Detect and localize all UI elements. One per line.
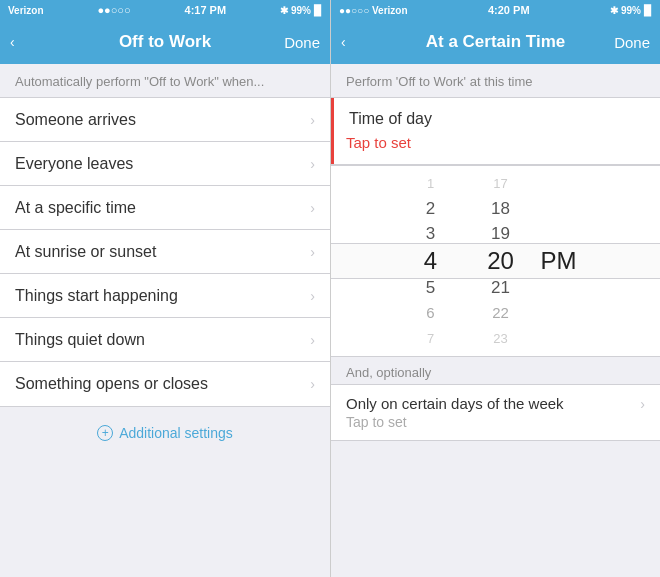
hour-item-2[interactable]: 2 bbox=[396, 196, 466, 221]
right-carrier: ●●○○○ Verizon bbox=[339, 5, 408, 16]
minute-item-20[interactable]: 20 bbox=[466, 247, 536, 275]
time-of-day-row: Time of day bbox=[331, 98, 660, 132]
right-bluetooth-icon: ✱ bbox=[610, 5, 618, 16]
chevron-right-icon: › bbox=[310, 376, 315, 392]
picker-columns: 1 2 3 4 5 6 7 17 18 19 20 21 22 23 bbox=[331, 171, 660, 351]
list-item-sunrise-sunset[interactable]: At sunrise or sunset › bbox=[0, 230, 330, 274]
hour-item-1[interactable]: 1 bbox=[396, 171, 466, 196]
left-carrier: Verizon bbox=[8, 5, 44, 16]
optional-item-row: Only on certain days of the week › bbox=[346, 395, 645, 412]
right-subtitle: Perform 'Off to Work' at this time bbox=[331, 64, 660, 95]
optional-header: And, optionally bbox=[331, 357, 660, 384]
list-item-someone-arrives[interactable]: Someone arrives › bbox=[0, 98, 330, 142]
left-battery: 99% bbox=[291, 5, 311, 16]
tap-to-set-row[interactable]: Tap to set bbox=[331, 132, 660, 164]
minute-item-22[interactable]: 22 bbox=[466, 300, 536, 325]
hour-item-3[interactable]: 3 bbox=[396, 222, 466, 247]
list-item-things-start[interactable]: Things start happening › bbox=[0, 274, 330, 318]
list-item-label: Things quiet down bbox=[15, 331, 145, 349]
time-of-day-section: Time of day Tap to set bbox=[331, 97, 660, 165]
list-item-specific-time[interactable]: At a specific time › bbox=[0, 186, 330, 230]
right-battery: 99% bbox=[621, 5, 641, 16]
list-item-opens-closes[interactable]: Something opens or closes › bbox=[0, 362, 330, 406]
optional-tap-label: Tap to set bbox=[346, 414, 645, 430]
right-back-button[interactable]: ‹ bbox=[341, 34, 350, 50]
hour-item-7[interactable]: 7 bbox=[396, 326, 466, 351]
left-list: Someone arrives › Everyone leaves › At a… bbox=[0, 97, 330, 407]
additional-settings-label: Additional settings bbox=[119, 425, 233, 441]
left-subtitle: Automatically perform "Off to Work" when… bbox=[0, 64, 330, 95]
left-nav-title: Off to Work bbox=[119, 32, 211, 52]
list-item-label: Things start happening bbox=[15, 287, 178, 305]
ampm-item-pm[interactable]: PM bbox=[541, 247, 577, 275]
tap-to-set-label[interactable]: Tap to set bbox=[346, 134, 411, 151]
list-item-things-quiet[interactable]: Things quiet down › bbox=[0, 318, 330, 362]
left-done-button[interactable]: Done bbox=[284, 34, 320, 51]
additional-settings-button[interactable]: + Additional settings bbox=[0, 407, 330, 459]
hour-item-4[interactable]: 4 bbox=[396, 247, 466, 275]
right-battery-icon: ▉ bbox=[644, 5, 652, 16]
ampm-picker-col[interactable]: PM bbox=[536, 171, 596, 351]
minute-picker-col[interactable]: 17 18 19 20 21 22 23 bbox=[466, 171, 536, 351]
minute-item-23[interactable]: 23 bbox=[466, 326, 536, 351]
chevron-right-icon: › bbox=[310, 288, 315, 304]
left-nav-bar: ‹ Off to Work Done bbox=[0, 20, 330, 64]
list-item-label: Everyone leaves bbox=[15, 155, 133, 173]
list-item-label: Someone arrives bbox=[15, 111, 136, 129]
hour-picker-col[interactable]: 1 2 3 4 5 6 7 bbox=[396, 171, 466, 351]
right-nav-title: At a Certain Time bbox=[426, 32, 566, 52]
optional-item-label: Only on certain days of the week bbox=[346, 395, 564, 412]
list-item-label: At sunrise or sunset bbox=[15, 243, 156, 261]
hour-item-5[interactable]: 5 bbox=[396, 275, 466, 300]
left-chevron-icon: ‹ bbox=[10, 34, 15, 50]
right-panel: ●●○○○ Verizon 4:20 PM ✱ 99% ▉ ‹ At a Cer… bbox=[330, 0, 660, 577]
right-chevron-icon: ‹ bbox=[341, 34, 346, 50]
left-battery-icon: ▉ bbox=[314, 5, 322, 16]
right-nav-bar: ‹ At a Certain Time Done bbox=[331, 20, 660, 64]
left-panel: Verizon ●●○○○ 4:17 PM ✱ 99% ▉ ‹ Off to W… bbox=[0, 0, 330, 577]
optional-item-days[interactable]: Only on certain days of the week › Tap t… bbox=[331, 385, 660, 440]
list-item-label: Something opens or closes bbox=[15, 375, 208, 393]
optional-section: Only on certain days of the week › Tap t… bbox=[331, 384, 660, 441]
left-time: 4:17 PM bbox=[185, 4, 227, 16]
list-item-everyone-leaves[interactable]: Everyone leaves › bbox=[0, 142, 330, 186]
list-item-label: At a specific time bbox=[15, 199, 136, 217]
hour-item-6[interactable]: 6 bbox=[396, 300, 466, 325]
minute-item-19[interactable]: 19 bbox=[466, 222, 536, 247]
chevron-right-icon: › bbox=[310, 332, 315, 348]
left-back-button[interactable]: ‹ bbox=[10, 34, 19, 50]
minute-item-18[interactable]: 18 bbox=[466, 196, 536, 221]
left-bluetooth-icon: ✱ bbox=[280, 5, 288, 16]
add-circle-icon: + bbox=[97, 425, 113, 441]
chevron-right-icon: › bbox=[310, 112, 315, 128]
chevron-right-icon: › bbox=[310, 156, 315, 172]
time-picker[interactable]: 1 2 3 4 5 6 7 17 18 19 20 21 22 23 bbox=[331, 165, 660, 357]
left-wifi-icon: ●●○○○ bbox=[97, 4, 130, 16]
chevron-right-icon: › bbox=[310, 200, 315, 216]
right-status-bar: ●●○○○ Verizon 4:20 PM ✱ 99% ▉ bbox=[331, 0, 660, 20]
left-status-bar: Verizon ●●○○○ 4:17 PM ✱ 99% ▉ bbox=[0, 0, 330, 20]
minute-item-21[interactable]: 21 bbox=[466, 275, 536, 300]
optional-chevron-icon: › bbox=[640, 396, 645, 412]
right-time: 4:20 PM bbox=[488, 4, 530, 16]
time-of-day-label: Time of day bbox=[349, 110, 432, 128]
right-done-button[interactable]: Done bbox=[614, 34, 650, 51]
chevron-right-icon: › bbox=[310, 244, 315, 260]
minute-item-17[interactable]: 17 bbox=[466, 171, 536, 196]
